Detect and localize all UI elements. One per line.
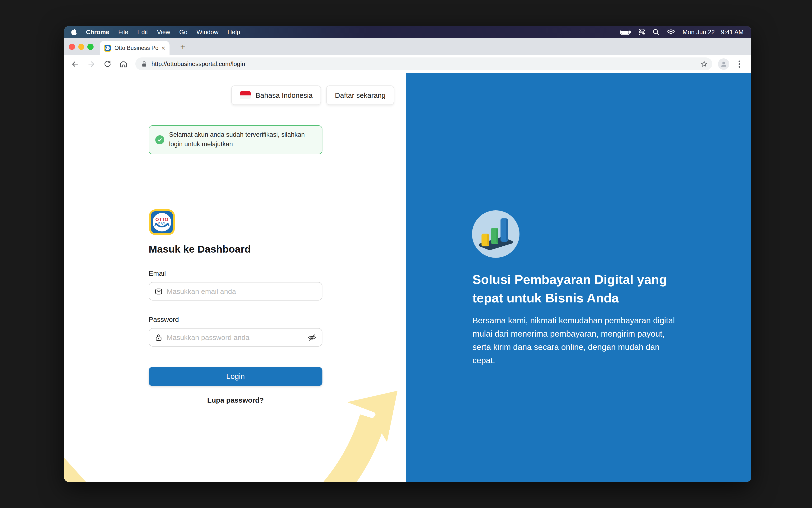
bar-chart-illustration xyxy=(472,210,519,258)
close-window-button[interactable] xyxy=(69,44,75,50)
hero-description: Bersama kami, nikmati kemudahan pembayar… xyxy=(472,314,676,367)
forward-icon[interactable] xyxy=(85,58,97,70)
control-center-icon[interactable] xyxy=(638,29,646,36)
check-circle-icon xyxy=(155,135,164,144)
menu-go[interactable]: Go xyxy=(179,29,187,36)
apple-icon[interactable] xyxy=(71,28,78,36)
language-selector-button[interactable]: Bahasa Indonesia xyxy=(231,85,321,105)
menu-items: Chrome File Edit View Go Window Help xyxy=(86,29,240,36)
verification-success-alert: Selamat akun anda sudah terverifikasi, s… xyxy=(148,125,323,154)
window-controls xyxy=(69,44,93,50)
ottopay-logo: OTTO PAY xyxy=(149,209,175,235)
email-input[interactable] xyxy=(167,287,316,295)
menu-bar-time[interactable]: 9:41 AM xyxy=(721,29,743,36)
yellow-corner-decoration xyxy=(64,458,86,482)
menu-file[interactable]: File xyxy=(118,29,128,36)
screen: Chrome File Edit View Go Window Help xyxy=(0,0,812,508)
battery-icon[interactable] xyxy=(621,29,631,35)
alert-message: Selamat akun anda sudah terverifikasi, s… xyxy=(169,130,316,149)
forgot-password-link[interactable]: Lupa password? xyxy=(148,396,323,404)
toggle-password-visibility-icon[interactable] xyxy=(308,333,316,342)
new-tab-button[interactable]: + xyxy=(176,40,189,54)
tab-otto-business-portal[interactable]: Otto Business Portal × xyxy=(100,41,170,55)
zoom-window-button[interactable] xyxy=(87,44,93,50)
hero-panel: Solusi Pembayaran Digital yang tepat unt… xyxy=(406,73,751,482)
menu-bar-status: Mon Jun 22 9:41 AM xyxy=(621,29,743,36)
email-field[interactable] xyxy=(148,282,323,300)
register-button[interactable]: Daftar sekarang xyxy=(327,85,394,105)
wifi-icon[interactable] xyxy=(667,29,676,35)
register-button-label: Daftar sekarang xyxy=(335,91,386,99)
bookmark-star-icon[interactable] xyxy=(699,59,710,69)
browser-window: Chrome File Edit View Go Window Help xyxy=(64,26,751,482)
tab-title: Otto Business Portal xyxy=(115,45,158,51)
spotlight-search-icon[interactable] xyxy=(653,29,660,36)
address-bar[interactable]: http://ottobusinessportal.com/login xyxy=(135,57,712,70)
login-heading: Masuk ke Dashboard xyxy=(148,244,251,255)
back-icon[interactable] xyxy=(69,58,81,70)
menu-help[interactable]: Help xyxy=(227,29,240,36)
macos-menu-bar: Chrome File Edit View Go Window Help xyxy=(64,26,751,38)
close-tab-icon[interactable]: × xyxy=(161,45,166,51)
password-input[interactable] xyxy=(167,333,303,341)
logo-text-otto: OTTO xyxy=(156,217,169,222)
reload-icon[interactable] xyxy=(101,58,114,70)
menu-chrome[interactable]: Chrome xyxy=(86,29,109,36)
password-label: Password xyxy=(148,316,179,323)
password-lock-icon xyxy=(155,334,162,341)
page-content: Bahasa Indonesia Daftar sekarang Selamat… xyxy=(64,73,751,482)
yellow-arrow-decoration xyxy=(322,383,406,482)
login-button[interactable]: Login xyxy=(148,367,323,386)
profile-avatar-icon[interactable] xyxy=(718,58,729,70)
tab-strip: Otto Business Portal × + xyxy=(64,38,751,55)
logo-text-pay: PAY xyxy=(158,222,166,225)
menu-edit[interactable]: Edit xyxy=(137,29,148,36)
browser-menu-kebab-icon[interactable] xyxy=(733,58,745,70)
email-envelope-icon xyxy=(155,288,162,295)
hero-heading: Solusi Pembayaran Digital yang tepat unt… xyxy=(472,270,689,307)
language-selector-label: Bahasa Indonesia xyxy=(255,91,312,99)
menu-bar-date[interactable]: Mon Jun 22 xyxy=(683,29,715,36)
menu-window[interactable]: Window xyxy=(197,29,219,36)
password-field[interactable] xyxy=(148,328,323,347)
email-label: Email xyxy=(148,270,166,277)
minimize-window-button[interactable] xyxy=(78,44,84,50)
top-actions: Bahasa Indonesia Daftar sekarang xyxy=(231,85,394,105)
url-text[interactable]: http://ottobusinessportal.com/login xyxy=(152,60,695,68)
browser-toolbar: http://ottobusinessportal.com/login xyxy=(64,55,751,73)
home-icon[interactable] xyxy=(117,58,130,70)
ottopay-favicon xyxy=(104,44,111,51)
indonesia-flag-icon xyxy=(240,91,251,99)
menu-view[interactable]: View xyxy=(157,29,170,36)
login-panel: Bahasa Indonesia Daftar sekarang Selamat… xyxy=(64,73,406,482)
lock-secure-icon[interactable] xyxy=(141,60,147,67)
